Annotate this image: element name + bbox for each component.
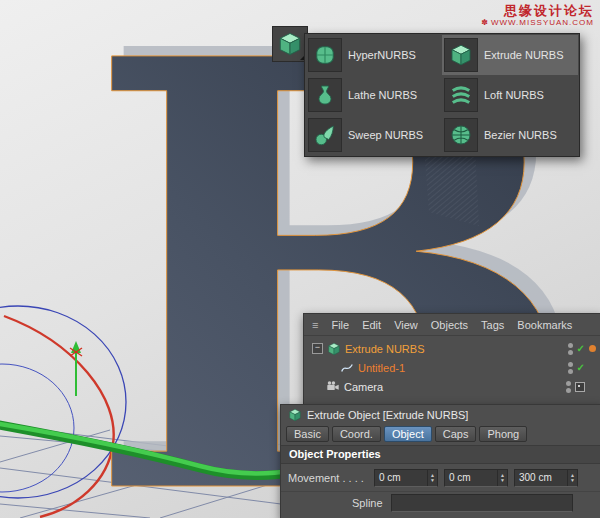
sweep-nurbs-icon <box>308 118 342 152</box>
object-label[interactable]: Extrude NURBS <box>345 343 424 355</box>
row-controls <box>566 381 600 393</box>
object-manager-menubar: ≡ File Edit View Objects Tags Bookmarks <box>304 314 600 336</box>
spacer <box>589 364 596 371</box>
extrude-nurbs-icon <box>327 342 341 356</box>
menu-item-loft-nurbs[interactable]: Loft NURBS <box>442 75 578 115</box>
tree-row-extrude-nurbs[interactable]: − Extrude NURBS ✓ <box>304 339 600 358</box>
tab-object[interactable]: Object <box>384 426 432 442</box>
movement-y-field[interactable]: 0 cm ▲▼ <box>444 469 508 487</box>
menu-item-hypernurbs[interactable]: HyperNURBS <box>306 35 442 75</box>
movement-row: Movement . . . . 0 cm ▲▼ 0 cm ▲▼ 300 cm … <box>281 464 600 491</box>
object-label[interactable]: Untitled-1 <box>358 362 405 374</box>
loft-nurbs-icon <box>444 78 478 112</box>
tab-coord[interactable]: Coord. <box>332 426 381 442</box>
watermark-logo-icon: ✽ <box>481 18 489 27</box>
enable-check-icon[interactable]: ✓ <box>577 344 585 354</box>
expander-icon[interactable]: − <box>312 343 323 354</box>
spline-row: Spline <box>281 491 600 514</box>
attribute-manager-panel: Extrude Object [Extrude NURBS] Basic Coo… <box>280 404 600 518</box>
application-window: B B 思缘设计论坛 ✽WWW.MISSYUAN.COM <box>0 0 600 518</box>
menu-item-label: Sweep NURBS <box>348 129 423 141</box>
camera-view-toggle-icon[interactable] <box>575 382 585 392</box>
attribute-tabs: Basic Coord. Object Caps Phong <box>281 425 600 445</box>
visibility-dots[interactable] <box>568 362 573 374</box>
menu-item-bezier-nurbs[interactable]: Bezier NURBS <box>442 115 578 155</box>
section-header-object-properties: Object Properties <box>281 445 600 464</box>
menu-item-label: Loft NURBS <box>484 89 544 101</box>
menu-file[interactable]: File <box>331 319 349 331</box>
tab-phong[interactable]: Phong <box>479 426 527 442</box>
spline-link-field[interactable] <box>391 494 573 512</box>
movement-x-value[interactable]: 0 cm <box>375 472 427 483</box>
object-tree: − Extrude NURBS ✓ Untitled-1 ✓ <box>304 336 600 396</box>
nurbs-toolbar-button[interactable] <box>272 26 308 62</box>
watermark-subtitle: ✽WWW.MISSYUAN.COM <box>481 18 594 28</box>
spline-label: Spline <box>352 497 383 509</box>
movement-y-value[interactable]: 0 cm <box>445 472 497 483</box>
movement-x-field[interactable]: 0 cm ▲▼ <box>374 469 438 487</box>
axis-gizmo[interactable] <box>70 341 82 396</box>
menu-bookmarks[interactable]: Bookmarks <box>517 319 572 331</box>
bezier-nurbs-icon <box>444 118 478 152</box>
menu-view[interactable]: View <box>394 319 418 331</box>
row-controls: ✓ <box>568 343 600 355</box>
extrude-nurbs-icon <box>288 408 302 422</box>
panel-menu-icon[interactable]: ≡ <box>312 319 318 331</box>
nurbs-popup-menu: HyperNURBS Extrude NURBS Lathe NURBS Lof… <box>304 33 580 157</box>
object-manager-panel: ≡ File Edit View Objects Tags Bookmarks … <box>303 313 600 406</box>
watermark: 思缘设计论坛 ✽WWW.MISSYUAN.COM <box>481 4 594 28</box>
watermark-title: 思缘设计论坛 <box>481 4 594 18</box>
tab-basic[interactable]: Basic <box>286 426 329 442</box>
attribute-title-bar: Extrude Object [Extrude NURBS] <box>281 405 600 425</box>
lathe-nurbs-icon <box>308 78 342 112</box>
spacer <box>589 383 596 390</box>
menu-item-label: Bezier NURBS <box>484 129 557 141</box>
camera-icon <box>326 380 340 394</box>
menu-tags[interactable]: Tags <box>481 319 504 331</box>
movement-z-value[interactable]: 300 cm <box>515 472 567 483</box>
tab-caps[interactable]: Caps <box>435 426 477 442</box>
visibility-dots[interactable] <box>566 381 571 393</box>
movement-z-spinner[interactable]: ▲▼ <box>567 470 577 486</box>
spline-icon <box>340 361 354 375</box>
visibility-dots[interactable] <box>568 343 573 355</box>
tree-row-untitled-1[interactable]: Untitled-1 ✓ <box>304 358 600 377</box>
menu-item-lathe-nurbs[interactable]: Lathe NURBS <box>306 75 442 115</box>
layer-color-dot[interactable] <box>589 345 596 352</box>
extrude-nurbs-icon <box>444 38 478 72</box>
tree-row-camera[interactable]: Camera <box>304 377 600 396</box>
movement-fields: 0 cm ▲▼ 0 cm ▲▼ 300 cm ▲▼ <box>374 469 578 487</box>
menu-item-sweep-nurbs[interactable]: Sweep NURBS <box>306 115 442 155</box>
menu-item-label: HyperNURBS <box>348 49 416 61</box>
menu-item-label: Lathe NURBS <box>348 89 417 101</box>
menu-item-extrude-nurbs[interactable]: Extrude NURBS <box>442 35 578 75</box>
watermark-url: WWW.MISSYUAN.COM <box>491 18 594 27</box>
movement-x-spinner[interactable]: ▲▼ <box>427 470 437 486</box>
movement-label: Movement . . . . <box>288 472 374 484</box>
menu-item-label: Extrude NURBS <box>484 49 563 61</box>
menu-objects[interactable]: Objects <box>431 319 468 331</box>
attribute-title: Extrude Object [Extrude NURBS] <box>307 409 468 421</box>
enable-check-icon[interactable]: ✓ <box>577 363 585 373</box>
hypernurbs-icon <box>308 38 342 72</box>
menu-edit[interactable]: Edit <box>362 319 381 331</box>
row-controls: ✓ <box>568 362 600 374</box>
movement-z-field[interactable]: 300 cm ▲▼ <box>514 469 578 487</box>
object-label[interactable]: Camera <box>344 381 383 393</box>
movement-y-spinner[interactable]: ▲▼ <box>497 470 507 486</box>
